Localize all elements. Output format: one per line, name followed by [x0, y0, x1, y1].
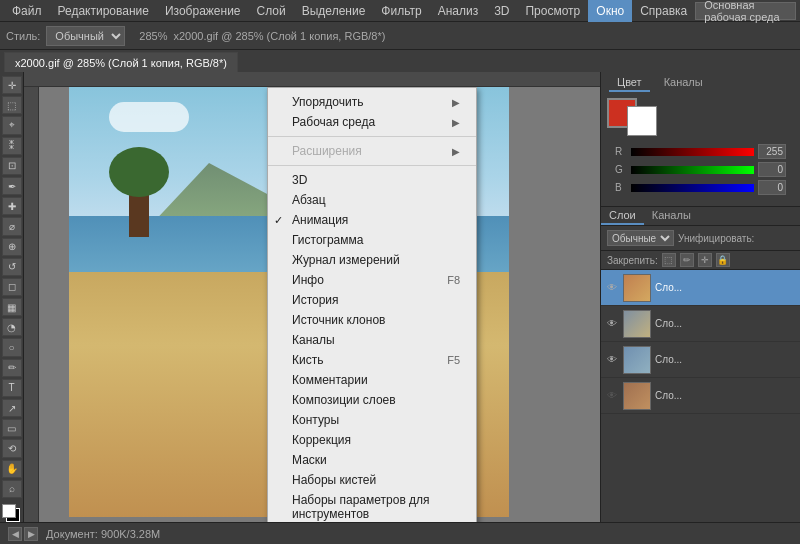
- tool-hand[interactable]: ✋: [2, 460, 22, 478]
- layer-item-3[interactable]: 👁 Сло...: [601, 342, 800, 378]
- menu-3d[interactable]: 3D: [486, 0, 517, 22]
- menu-channels[interactable]: Каналы: [268, 330, 476, 350]
- layer-eye-icon-3[interactable]: 👁: [605, 353, 619, 367]
- tab-layers[interactable]: Слои: [601, 207, 644, 225]
- tab-color[interactable]: Цвет: [609, 74, 650, 92]
- g-slider-track[interactable]: [631, 166, 754, 174]
- b-value[interactable]: [758, 180, 786, 195]
- menu-image[interactable]: Изображение: [157, 0, 249, 22]
- menu-layer[interactable]: Слой: [249, 0, 294, 22]
- menu-item-workspace[interactable]: Рабочая среда ▶: [268, 112, 476, 132]
- workspace-button[interactable]: Основная рабочая среда: [695, 2, 796, 20]
- layer-eye-icon-4[interactable]: 👁: [605, 389, 619, 403]
- tool-3d-rotate[interactable]: ⟲: [2, 439, 22, 457]
- tree: [129, 177, 149, 237]
- r-slider-track[interactable]: [631, 148, 754, 156]
- menu-paths[interactable]: Контуры: [268, 410, 476, 430]
- color-panel-header: Цвет Каналы: [601, 72, 800, 94]
- tab-document[interactable]: x2000.gif @ 285% (Слой 1 копия, RGB/8*): [4, 52, 238, 72]
- tool-eraser[interactable]: ◻: [2, 278, 22, 296]
- menu-layer-comps[interactable]: Композиции слоев: [268, 390, 476, 410]
- tool-eyedropper[interactable]: ✒: [2, 177, 22, 195]
- layer-item-1[interactable]: 👁 Сло...: [601, 270, 800, 306]
- menu-item-arrange[interactable]: Упорядочить ▶: [268, 92, 476, 112]
- tool-pen[interactable]: ✏: [2, 359, 22, 377]
- tool-text[interactable]: T: [2, 379, 22, 397]
- background-swatch[interactable]: [627, 106, 657, 136]
- canvas-content[interactable]: Упорядочить ▶ Рабочая среда ▶ Расширения…: [39, 87, 600, 522]
- menu-history[interactable]: История: [268, 290, 476, 310]
- opacity-label: Унифицировать:: [678, 233, 754, 244]
- layer-eye-icon-2[interactable]: 👁: [605, 317, 619, 331]
- b-label: B: [615, 182, 627, 193]
- tool-clone[interactable]: ⊕: [2, 238, 22, 256]
- menu-animation[interactable]: ✓ Анимация: [268, 210, 476, 230]
- tool-dodge[interactable]: ○: [2, 338, 22, 356]
- menu-3d[interactable]: 3D: [268, 170, 476, 190]
- color-row-b: B: [615, 180, 786, 195]
- menu-filter[interactable]: Фильтр: [373, 0, 429, 22]
- tool-zoom[interactable]: ⌕: [2, 480, 22, 498]
- menu-measurements[interactable]: Журнал измерений: [268, 250, 476, 270]
- canvas-area: Упорядочить ▶ Рабочая среда ▶ Расширения…: [24, 72, 600, 522]
- menu-analyze[interactable]: Анализ: [430, 0, 487, 22]
- style-select[interactable]: Обычный: [46, 26, 125, 46]
- menu-section-extensions: Расширения ▶: [268, 136, 476, 165]
- menu-paragraph[interactable]: Абзац: [268, 190, 476, 210]
- tool-select-rect[interactable]: ⬚: [2, 96, 22, 114]
- menu-masks[interactable]: Маски: [268, 450, 476, 470]
- color-swatches: [607, 98, 794, 136]
- blend-mode-select[interactable]: Обычные: [607, 230, 674, 246]
- layer-thumb-1: [623, 274, 651, 302]
- g-value[interactable]: [758, 162, 786, 177]
- lock-all-icon[interactable]: 🔒: [716, 253, 730, 267]
- r-value[interactable]: [758, 144, 786, 159]
- check-icon: ✓: [274, 214, 283, 227]
- tab-channels-color[interactable]: Каналы: [656, 74, 711, 92]
- b-slider-track[interactable]: [631, 184, 754, 192]
- menu-window[interactable]: Окно: [588, 0, 632, 22]
- layer-item-4[interactable]: 👁 Сло...: [601, 378, 800, 414]
- tab-channels[interactable]: Каналы: [644, 207, 699, 225]
- lock-transparency-icon[interactable]: ⬚: [662, 253, 676, 267]
- nav-prev-button[interactable]: ◀: [8, 527, 22, 541]
- layer-item-2[interactable]: 👁 Сло...: [601, 306, 800, 342]
- layers-options: Обычные Унифицировать:: [601, 226, 800, 251]
- tool-heal[interactable]: ✚: [2, 197, 22, 215]
- tool-history-brush[interactable]: ↺: [2, 258, 22, 276]
- tool-path-select[interactable]: ↗: [2, 399, 22, 417]
- color-preview-area: R G B: [601, 94, 800, 206]
- tool-lasso[interactable]: ⌖: [2, 116, 22, 134]
- zoom-level: 285%: [139, 30, 167, 42]
- menu-correction[interactable]: Коррекция: [268, 430, 476, 450]
- menu-view[interactable]: Просмотр: [517, 0, 588, 22]
- tool-brush[interactable]: ⌀: [2, 217, 22, 235]
- tool-blur[interactable]: ◔: [2, 318, 22, 336]
- menu-info[interactable]: Инфо F8: [268, 270, 476, 290]
- menu-edit[interactable]: Редактирование: [50, 0, 157, 22]
- layer-eye-icon-1[interactable]: 👁: [605, 281, 619, 295]
- menu-comments[interactable]: Комментарии: [268, 370, 476, 390]
- tool-move[interactable]: ✛: [2, 76, 22, 94]
- menu-clone-source[interactable]: Источник клонов: [268, 310, 476, 330]
- menu-tool-presets[interactable]: Наборы параметров для инструментов: [268, 490, 476, 522]
- menu-help[interactable]: Справка: [632, 0, 695, 22]
- foreground-background-colors[interactable]: [2, 504, 22, 522]
- menu-section-2: 3D Абзац ✓ Анимация Гистограмма Журнал и…: [268, 165, 476, 522]
- tool-magic-wand[interactable]: ⁑: [2, 137, 22, 155]
- tool-gradient[interactable]: ▦: [2, 298, 22, 316]
- menu-brush-presets[interactable]: Наборы кистей: [268, 470, 476, 490]
- layers-lock-row: Закрепить: ⬚ ✏ ✛ 🔒: [601, 251, 800, 270]
- menu-brush[interactable]: Кисть F5: [268, 350, 476, 370]
- lock-paint-icon[interactable]: ✏: [680, 253, 694, 267]
- shortcut-f5: F5: [447, 354, 460, 366]
- window-menu-dropdown: Упорядочить ▶ Рабочая среда ▶ Расширения…: [267, 87, 477, 522]
- lock-position-icon[interactable]: ✛: [698, 253, 712, 267]
- layer-name-2: Сло...: [655, 318, 796, 329]
- menu-select[interactable]: Выделение: [294, 0, 374, 22]
- nav-next-button[interactable]: ▶: [24, 527, 38, 541]
- menu-histogram[interactable]: Гистограмма: [268, 230, 476, 250]
- tool-crop[interactable]: ⊡: [2, 157, 22, 175]
- tool-shape[interactable]: ▭: [2, 419, 22, 437]
- menu-file[interactable]: Файл: [4, 0, 50, 22]
